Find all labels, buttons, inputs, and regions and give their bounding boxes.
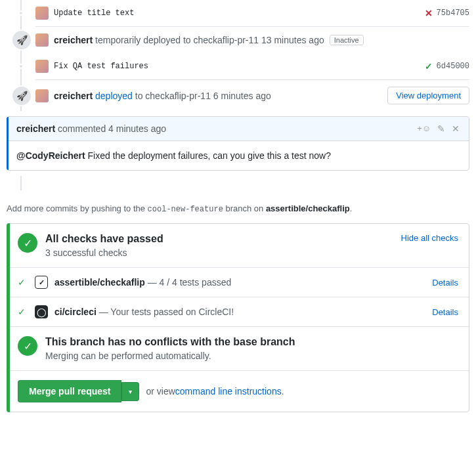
branch-name: cool-new-feature bbox=[148, 205, 223, 214]
check-icon: ✓ bbox=[18, 307, 26, 317]
rocket-badge bbox=[11, 30, 32, 51]
merge-options-dropdown[interactable] bbox=[121, 382, 139, 401]
service-name[interactable]: assertible/checkaflip bbox=[54, 277, 145, 288]
emoji-icon bbox=[422, 123, 431, 133]
author-link[interactable]: creichert bbox=[54, 91, 93, 101]
view-deployment-button[interactable]: View deployment bbox=[387, 87, 469, 104]
checks-panel: ✓ All checks have passed 3 successful ch… bbox=[7, 223, 469, 412]
avatar bbox=[35, 89, 49, 102]
comment-box: creichert commented 4 minutes ago + @Cod… bbox=[7, 116, 469, 171]
commit-message[interactable]: Update title text bbox=[54, 9, 134, 18]
commit-item: Update title text ✕ 75b4705 bbox=[21, 0, 469, 26]
deploy-rest: to checkaflip-pr-11 6 minutes ago bbox=[135, 91, 271, 101]
hint-prefix: Add more commits by pushing to the bbox=[7, 204, 148, 213]
repo-name: assertible/checkaflip bbox=[266, 204, 350, 213]
details-link[interactable]: Details bbox=[432, 278, 458, 288]
commit-message[interactable]: Fix QA test failures bbox=[54, 62, 148, 71]
commit-dot-icon bbox=[18, 11, 24, 16]
comment-header: creichert commented 4 minutes ago + bbox=[7, 117, 469, 141]
rocket-badge bbox=[11, 85, 32, 106]
add-reaction-button[interactable]: + bbox=[417, 123, 431, 134]
deployed-link[interactable]: deployed bbox=[95, 91, 133, 101]
deploy-event: creichert temporarily deployed to checka… bbox=[21, 27, 469, 53]
commit-item: Fix QA test failures ✓ 6d45000 bbox=[21, 53, 469, 79]
comment-verb: commented bbox=[58, 123, 106, 134]
avatar bbox=[35, 7, 49, 20]
checks-sub: 3 successful checks bbox=[45, 247, 163, 258]
commit-dot-icon bbox=[18, 64, 24, 69]
merge-title: This branch has no conflicts with the ba… bbox=[45, 336, 295, 348]
check-circle-icon: ✓ bbox=[18, 233, 37, 253]
edit-comment-button[interactable] bbox=[437, 123, 445, 134]
deploy-event: creichert deployed to checkaflip-pr-11 6… bbox=[21, 80, 469, 111]
rocket-icon bbox=[16, 35, 28, 45]
merge-sub: Merging can be performed automatically. bbox=[45, 351, 295, 361]
check-icon[interactable]: ✓ bbox=[425, 61, 433, 72]
inactive-badge: Inactive bbox=[330, 35, 364, 45]
dot: . bbox=[282, 386, 284, 397]
author-link[interactable]: creichert bbox=[54, 35, 93, 45]
avatar bbox=[35, 60, 49, 73]
check-row: ✓ assertible/checkaflip — 4 / 4 tests pa… bbox=[7, 268, 469, 297]
hint-middle: branch on bbox=[223, 204, 266, 213]
service-name[interactable]: ci/circleci bbox=[54, 307, 97, 317]
assertible-icon bbox=[35, 276, 48, 289]
or-view-text: or view bbox=[146, 386, 175, 397]
cli-instructions-link[interactable]: command line instructions bbox=[175, 386, 282, 397]
x-icon[interactable]: ✕ bbox=[425, 8, 433, 18]
deploy-target: checkaflip-pr-11 bbox=[193, 35, 259, 45]
chevron-down-icon bbox=[129, 388, 132, 395]
push-hint: Add more commits by pushing to the cool-… bbox=[7, 204, 469, 214]
merge-footer: Merge pull request or view command line … bbox=[7, 371, 469, 412]
check-circle-icon: ✓ bbox=[18, 336, 37, 356]
avatar bbox=[35, 33, 49, 47]
merge-pull-request-button[interactable]: Merge pull request bbox=[18, 380, 121, 402]
check-icon: ✓ bbox=[18, 277, 26, 288]
hint-suffix: . bbox=[350, 204, 353, 213]
check-detail: — Your tests passed on CircleCI! bbox=[97, 307, 234, 317]
details-link[interactable]: Details bbox=[432, 307, 458, 317]
checks-header: ✓ All checks have passed 3 successful ch… bbox=[7, 224, 469, 268]
check-row: ✓ ci/circleci — Your tests passed on Cir… bbox=[7, 297, 469, 327]
hide-all-checks-link[interactable]: Hide all checks bbox=[401, 233, 458, 243]
comment-time[interactable]: 4 minutes ago bbox=[108, 123, 166, 134]
rocket-icon bbox=[16, 91, 28, 101]
commit-sha[interactable]: 6d45000 bbox=[437, 62, 469, 71]
checks-title: All checks have passed bbox=[45, 233, 163, 245]
deploy-verb: temporarily deployed to bbox=[95, 35, 191, 45]
deploy-time: 13 minutes ago bbox=[261, 35, 324, 45]
commit-sha[interactable]: 75b4705 bbox=[437, 9, 469, 18]
mention[interactable]: @CodyReichert bbox=[16, 150, 85, 161]
check-detail: — 4 / 4 tests passed bbox=[145, 277, 232, 288]
delete-comment-button[interactable] bbox=[452, 123, 460, 134]
comment-text: Fixed the deployment failures, can you g… bbox=[85, 150, 331, 161]
comment-body: @CodyReichert Fixed the deployment failu… bbox=[7, 141, 469, 170]
circleci-icon bbox=[35, 305, 48, 318]
comment-author[interactable]: creichert bbox=[16, 123, 55, 134]
merge-status: ✓ This branch has no conflicts with the … bbox=[7, 327, 469, 371]
